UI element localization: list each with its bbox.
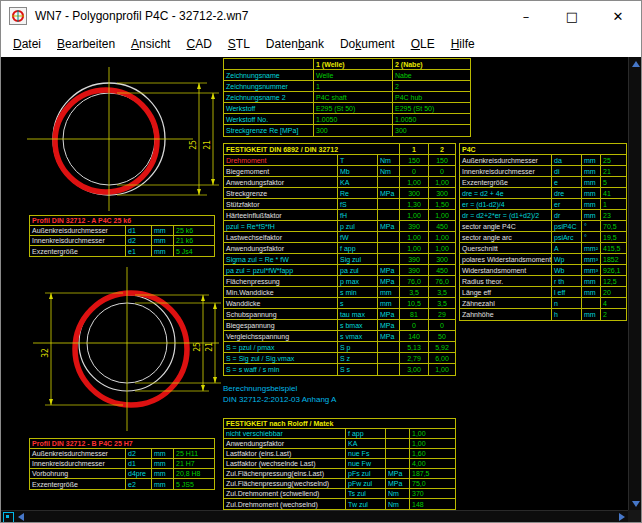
table-cell-v2: 1,50: [429, 199, 455, 209]
table-cell-v2: 50: [429, 331, 455, 341]
table-cell-sym: di: [552, 166, 582, 176]
table-cell-label: pzul = Re*fS*fH: [224, 221, 338, 231]
scroll-up-button[interactable]: [629, 57, 642, 70]
table-row: Außenkreisdurchmesserd1mm25 k6: [30, 226, 214, 236]
table-row: WerkstoffE295 (St 50)E295 (St 50): [224, 103, 470, 114]
menu-item-cad[interactable]: CAD: [178, 33, 219, 55]
pan-tool-icon[interactable]: [3, 512, 14, 523]
app-window: WN7 - Polygonprofil P4C - 32712-2.wn7 – …: [0, 0, 642, 523]
table-cell-label: sector angle P4C: [460, 221, 552, 231]
table-row: QuerschnittAmm²415,5: [460, 243, 626, 254]
titlebar[interactable]: WN7 - Polygonprofil P4C - 32712-2.wn7 – …: [1, 1, 641, 31]
table-cell-sym: s bmax: [338, 320, 378, 330]
header-nabe: 2 (Nabe): [393, 59, 470, 69]
table-cell-val: 187,5: [410, 469, 455, 478]
table-cell-unit: [386, 449, 410, 458]
p4c-geometry-table: P4C Außenkreisdurchmesserdamm25Innenkrei…: [459, 143, 627, 321]
table-row: S = s waff / s minS s3,001,00: [224, 364, 455, 375]
table-cell-label: Drehmoment: [224, 155, 338, 165]
table-cell-val: 25 k6: [174, 226, 214, 235]
header-blank: [224, 59, 314, 69]
table-cell-label: Radius theor.: [460, 276, 552, 286]
menu-item-ansicht[interactable]: Ansicht: [123, 33, 178, 55]
table-cell-unit: mm: [152, 449, 174, 458]
table-cell-v2: 450: [429, 265, 455, 275]
table-cell-label: Länge eff: [460, 287, 552, 297]
table-cell-unit: MPa: [378, 320, 400, 330]
table-cell-label: Streckgrenze Re [MPa]: [224, 125, 314, 136]
table-cell-unit: MPa: [386, 479, 410, 488]
table-header: FESTIGKEIT DIN 6892 / DIN 32712 1 2: [224, 144, 455, 155]
table-cell-unit: °: [582, 232, 601, 242]
col-1-header: 1: [400, 144, 429, 154]
menu-item-ole[interactable]: OLE: [403, 33, 443, 55]
table-cell-sym: e1: [126, 246, 152, 256]
table-cell-unit: Nm: [386, 489, 410, 498]
minimize-button[interactable]: –: [503, 1, 549, 31]
menu-item-dokument[interactable]: Dokument: [332, 33, 403, 55]
table-cell-label: Zul.Flächenpressung(wechselnd): [224, 479, 346, 488]
table-cell-v2: E295 (St 50): [393, 103, 470, 113]
table-cell-sym: d4pre: [126, 469, 152, 478]
table-cell-v2: 1,00: [429, 243, 455, 253]
table-header: Profil DIN 32712 - B P4C 25 H7: [30, 439, 214, 449]
table-cell-label: Zähnezahl: [460, 298, 552, 308]
vertical-scrollbar[interactable]: [628, 57, 642, 510]
table-cell-v1: 390: [400, 254, 429, 264]
profile-b-table: Profil DIN 32712 - B P4C 25 H7 Außenkrei…: [29, 438, 215, 490]
table-cell-v1: 0: [400, 166, 429, 176]
table-row: Zul.Drehmoment (schwellend)Ts zulNm370: [224, 489, 455, 499]
table-cell-val: 5 JS5: [174, 479, 214, 489]
horizontal-scrollbar[interactable]: [1, 510, 628, 523]
menu-item-bearbeiten[interactable]: Bearbeiten: [49, 33, 123, 55]
scroll-left-button[interactable]: [14, 511, 27, 523]
table-row: Lastfaktor (wechselnde Last)nue Fw4,00: [224, 459, 455, 469]
table-cell-unit: [378, 210, 400, 220]
table-cell-unit: MPa: [378, 188, 400, 198]
table-row: Zeichnungsnummer12: [224, 81, 470, 92]
close-button[interactable]: ✕: [595, 1, 641, 31]
table-row: Außenkreisdurchmesserdamm25: [460, 155, 626, 166]
table-cell-sym: r th: [552, 276, 582, 286]
table-cell-val: 148: [410, 499, 455, 509]
table-cell-val: 23: [601, 210, 626, 220]
table-cell-label: Vergleichsspannung: [224, 331, 338, 341]
table-cell-sym: A: [552, 243, 582, 253]
menu-item-hilfe[interactable]: Hilfe: [443, 33, 483, 55]
table-cell-val: 415,5: [601, 243, 626, 253]
table-cell-unit: mm³: [582, 265, 601, 275]
table-cell-label: Außenkreisdurchmesser: [30, 226, 126, 235]
table-cell-val: 926,1: [601, 265, 626, 275]
menu-item-datei[interactable]: Datei: [5, 33, 49, 55]
table-cell-label: Streckgrenze: [224, 188, 338, 198]
scroll-right-button[interactable]: [615, 511, 628, 523]
table-cell-label: Sigma zul = Re * fW: [224, 254, 338, 264]
table-cell-unit: mm²: [582, 243, 601, 253]
table-cell-val: 21 k6: [174, 236, 214, 245]
table-cell-val: 4: [601, 298, 626, 308]
table-cell-sym: Ts zul: [346, 489, 386, 498]
table-cell-sym: dre: [552, 188, 582, 198]
menu-item-datenbank[interactable]: Datenbank: [258, 33, 332, 55]
table-row: WiderstandsmomentWbmm³926,1: [460, 265, 626, 276]
table-row: dre = d2 + 4edremm41: [460, 188, 626, 199]
table-cell-val: 5: [601, 177, 626, 187]
table-cell-unit: mm: [582, 199, 601, 209]
table-cell-label: Anwendungsfaktor: [224, 177, 338, 187]
table-cell-val: 20: [601, 287, 626, 297]
menu-item-stl[interactable]: STL: [220, 33, 258, 55]
table-cell-v2: 1,00: [429, 232, 455, 242]
table-cell-unit: Nm: [386, 499, 410, 509]
table-cell-label: Min.Wanddicke: [224, 287, 338, 297]
scroll-down-button[interactable]: [629, 497, 642, 510]
table-cell-val: 1,00: [410, 429, 455, 438]
maximize-button[interactable]: □: [549, 1, 595, 31]
table-row: Zul.Flächenpressung(wechselnd)pFw zulMPa…: [224, 479, 455, 489]
table-cell-label: dre = d2 + 4e: [460, 188, 552, 198]
table-cell-unit: [378, 342, 400, 352]
shaft-profile-drawing: 25 21: [21, 61, 221, 213]
table-row: Exzentergrößeemm5: [460, 177, 626, 188]
table-cell-v1: 150: [400, 155, 429, 165]
table-cell-label: Werkstoff No.: [224, 114, 314, 124]
table-cell-v2: 2: [393, 81, 470, 91]
